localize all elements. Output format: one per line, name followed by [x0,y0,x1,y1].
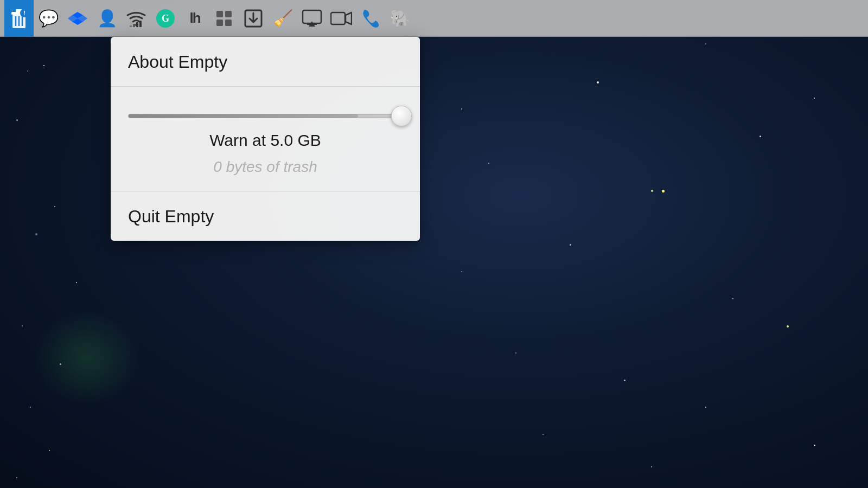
downloader-menubar-icon[interactable] [239,0,268,37]
dropbox-menubar-icon[interactable] [63,0,92,37]
evernote-menubar-icon[interactable]: 🐘 [385,0,414,37]
nebula-glow [33,309,141,407]
cleanmymac-menubar-icon[interactable]: 🧹 [268,0,297,37]
svg-rect-24 [331,12,345,24]
svg-rect-14 [136,22,138,27]
wifi-menubar-icon[interactable] [122,0,151,37]
cardhop-menubar-icon[interactable]: 👤 [92,0,122,37]
svg-marker-25 [346,12,352,24]
empty-trash-dropdown: About Empty Warn at 5.0 GB 0 bytes of tr… [111,37,420,241]
svg-rect-15 [139,21,142,27]
quit-empty-menu-item[interactable]: Quit Empty [111,191,420,241]
menubar: ! 💬 👤 [0,0,868,37]
svg-text:G: G [162,13,169,24]
grid-menubar-icon[interactable] [209,0,239,37]
airplay-menubar-icon[interactable] [297,0,327,37]
letterspace-menubar-icon[interactable]: lh [180,0,209,37]
about-empty-menu-item[interactable]: About Empty [111,37,420,87]
svg-rect-19 [225,11,232,17]
empty-trash-menubar-icon[interactable]: ! [4,0,34,37]
slider-track [128,114,403,118]
svg-rect-20 [216,20,223,26]
svg-rect-21 [225,20,232,26]
messages-menubar-icon[interactable]: 💬 [34,0,63,37]
svg-rect-12 [130,25,132,27]
grammarly-menubar-icon[interactable]: G [151,0,180,37]
slider-section: Warn at 5.0 GB 0 bytes of trash [111,87,420,191]
trash-size-label: 0 bytes of trash [128,158,403,176]
svg-text:!: ! [23,10,25,16]
warn-slider-container [128,114,403,118]
svg-rect-18 [216,11,223,17]
warn-threshold-label: Warn at 5.0 GB [128,131,403,150]
phone-menubar-icon[interactable] [356,0,385,37]
svg-rect-13 [133,24,135,27]
facetime-menubar-icon[interactable] [327,0,356,37]
